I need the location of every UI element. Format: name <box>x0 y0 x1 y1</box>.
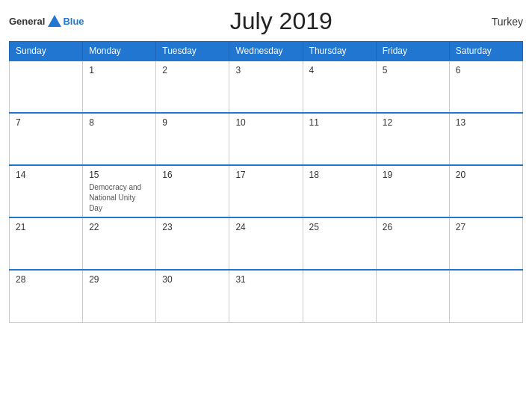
calendar-cell: 21 <box>10 217 83 270</box>
calendar-cell: 10 <box>229 113 303 165</box>
day-number: 23 <box>162 222 223 232</box>
day-number: 19 <box>383 170 443 180</box>
event-label: Democracy and National Unity Day <box>89 183 141 212</box>
calendar-week-row: 78910111213 <box>10 113 523 165</box>
day-number: 4 <box>309 65 370 75</box>
calendar-cell: 18 <box>303 165 376 217</box>
day-number: 28 <box>16 274 76 285</box>
calendar-table: Sunday Monday Tuesday Wednesday Thursday… <box>9 41 523 323</box>
day-number: 6 <box>456 65 516 75</box>
day-number: 15 <box>89 170 149 180</box>
calendar-cell: 13 <box>449 113 522 165</box>
header-sunday: Sunday <box>10 42 83 61</box>
day-number: 20 <box>456 170 516 180</box>
calendar-cell: 31 <box>229 270 303 322</box>
header-wednesday: Wednesday <box>229 42 303 61</box>
header-thursday: Thursday <box>303 42 376 61</box>
day-number: 31 <box>235 274 296 285</box>
day-number: 18 <box>309 170 370 180</box>
calendar-cell: 2 <box>156 61 229 113</box>
calendar-cell: 15Democracy and National Unity Day <box>83 165 156 217</box>
header-tuesday: Tuesday <box>156 42 229 61</box>
country-name: Turkey <box>478 16 523 28</box>
day-number: 30 <box>162 274 223 285</box>
day-number: 3 <box>235 65 296 75</box>
calendar-cell: 19 <box>376 165 449 217</box>
logo-general-text: General <box>9 16 45 27</box>
calendar-cell: 30 <box>156 270 229 322</box>
calendar-cell: 11 <box>303 113 376 165</box>
header-saturday: Saturday <box>449 42 522 61</box>
header-monday: Monday <box>83 42 156 61</box>
calendar-cell: 7 <box>10 113 83 165</box>
calendar-cell: 6 <box>449 61 522 113</box>
day-number: 21 <box>16 222 76 232</box>
calendar-cell: 8 <box>83 113 156 165</box>
day-number: 26 <box>383 222 443 232</box>
day-number: 25 <box>309 222 370 232</box>
day-number: 29 <box>89 274 149 285</box>
calendar-cell: 5 <box>376 61 449 113</box>
day-number: 2 <box>162 65 223 75</box>
calendar-cell: 12 <box>376 113 449 165</box>
calendar-cell: 9 <box>156 113 229 165</box>
calendar-cell: 3 <box>229 61 303 113</box>
calendar-week-row: 28293031 <box>10 270 523 322</box>
calendar-week-row: 1415Democracy and National Unity Day1617… <box>10 165 523 217</box>
day-number: 22 <box>89 222 149 232</box>
calendar-cell: 26 <box>376 217 449 270</box>
calendar-page: General Blue July 2019 Turkey Sunday Mon… <box>0 0 532 411</box>
logo-blue-text: Blue <box>63 16 84 27</box>
calendar-cell <box>376 270 449 322</box>
day-number: 12 <box>383 117 443 128</box>
calendar-cell: 28 <box>10 270 83 322</box>
day-number: 10 <box>235 117 296 128</box>
calendar-title: July 2019 <box>84 7 478 35</box>
day-number: 11 <box>309 117 370 128</box>
day-number: 5 <box>383 65 443 75</box>
calendar-cell: 24 <box>229 217 303 270</box>
day-number: 27 <box>456 222 516 232</box>
day-number: 8 <box>89 117 149 128</box>
calendar-cell: 16 <box>156 165 229 217</box>
logo: General Blue <box>9 13 84 30</box>
header: General Blue July 2019 Turkey <box>9 7 523 35</box>
calendar-cell: 1 <box>83 61 156 113</box>
calendar-cell: 17 <box>229 165 303 217</box>
day-number: 17 <box>235 170 296 180</box>
weekday-header-row: Sunday Monday Tuesday Wednesday Thursday… <box>10 42 523 61</box>
header-friday: Friday <box>376 42 449 61</box>
calendar-cell: 25 <box>303 217 376 270</box>
calendar-cell: 4 <box>303 61 376 113</box>
calendar-cell: 27 <box>449 217 522 270</box>
day-number: 9 <box>162 117 223 128</box>
calendar-cell: 20 <box>449 165 522 217</box>
logo-icon <box>46 13 63 30</box>
day-number: 24 <box>235 222 296 232</box>
calendar-cell: 23 <box>156 217 229 270</box>
calendar-cell: 14 <box>10 165 83 217</box>
day-number: 7 <box>16 117 76 128</box>
day-number: 1 <box>89 65 149 75</box>
calendar-week-row: 21222324252627 <box>10 217 523 270</box>
calendar-cell <box>449 270 522 322</box>
day-number: 13 <box>456 117 516 128</box>
day-number: 16 <box>162 170 223 180</box>
svg-marker-0 <box>48 15 61 27</box>
calendar-cell <box>303 270 376 322</box>
day-number: 14 <box>16 170 76 180</box>
calendar-cell <box>10 61 83 113</box>
calendar-cell: 22 <box>83 217 156 270</box>
calendar-week-row: 123456 <box>10 61 523 113</box>
calendar-cell: 29 <box>83 270 156 322</box>
